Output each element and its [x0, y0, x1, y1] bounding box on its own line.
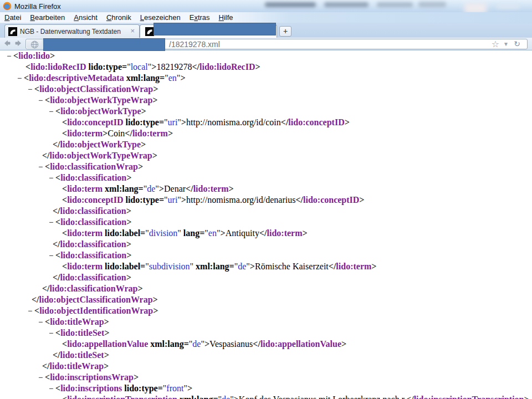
xml-line: −<lido:classification>: [0, 217, 532, 228]
xml-line: <lido:term xml:lang="de">Denar</lido:ter…: [0, 183, 532, 195]
collapse-toggle-icon[interactable]: −: [17, 73, 22, 84]
forward-button[interactable]: [14, 39, 23, 48]
blur-blob: [265, 2, 316, 7]
blur-blob: [497, 4, 520, 9]
xml-line: <lido:lidoRecID lido:type="local">182192…: [0, 62, 532, 73]
new-tab-button[interactable]: +: [279, 26, 291, 37]
collapse-toggle-icon[interactable]: −: [49, 383, 53, 394]
collapse-toggle-icon[interactable]: −: [49, 328, 53, 339]
collapse-toggle-icon[interactable]: −: [28, 305, 32, 316]
xml-line: </lido:classification>: [0, 206, 532, 217]
xml-line: <lido:appellationValue xml:lang="de">Ves…: [0, 339, 532, 350]
xml-line: <lido:inscriptionTranscription xml:lang=…: [0, 394, 532, 399]
xml-line: <lido:conceptID lido:type="uri">http://n…: [0, 195, 532, 206]
ngb-favicon-icon: [145, 27, 154, 36]
blur-blob: [324, 2, 369, 7]
bookmark-star-icon[interactable]: ☆: [492, 39, 499, 49]
collapse-toggle-icon[interactable]: −: [38, 316, 43, 328]
menu-item-hilfe[interactable]: Hilfe: [214, 12, 238, 23]
window-title: Mozilla Firefox: [14, 2, 61, 11]
xml-line: </lido:titleWrap>: [0, 361, 532, 372]
xml-line: −<lido:inscriptions lido:type="front">: [0, 383, 532, 394]
xml-line: −<lido:objectClassificationWrap>: [0, 84, 532, 95]
site-identity-button[interactable]: [27, 40, 43, 48]
xml-line: </lido:objectWorkType>: [0, 139, 532, 150]
back-button[interactable]: [3, 39, 12, 48]
xml-line: </lido:objectClassificationWrap>: [0, 294, 532, 305]
xml-line: <lido:term>Coin</lido:term>: [0, 128, 532, 139]
xml-line: </lido:objectWorkTypeWrap>: [0, 150, 532, 161]
xml-line: −<lido:classification>: [0, 172, 532, 183]
xml-line: </lido:classification>: [0, 272, 532, 283]
collapse-toggle-icon[interactable]: −: [38, 161, 43, 172]
xml-line: </lido:classificationWrap>: [0, 283, 532, 294]
collapse-toggle-icon[interactable]: −: [38, 372, 43, 383]
xml-line: −<lido:objectIdentificationWrap>: [0, 305, 532, 316]
xml-line: −<lido:classification>: [0, 250, 532, 261]
xml-line: <lido:term lido:label="division" lang="e…: [0, 228, 532, 239]
menu-item-extras[interactable]: Extras: [185, 12, 214, 23]
redaction-box-url: [43, 38, 165, 51]
tab-close-icon[interactable]: ×: [130, 27, 135, 35]
collapse-toggle-icon[interactable]: −: [49, 106, 53, 117]
redaction-box-tab-title: [154, 23, 276, 35]
menu-item-chronik[interactable]: Chronik: [102, 12, 136, 23]
menu-bar: DateiBearbeitenAnsichtChronikLesezeichen…: [0, 12, 532, 23]
tab-ngb-datenverwaltung[interactable]: NGB - Datenverwaltung Textdaten ×: [4, 24, 140, 38]
blur-blob: [377, 2, 413, 7]
xml-line: −<lido:lido>: [0, 50, 532, 62]
collapse-toggle-icon[interactable]: −: [49, 217, 53, 228]
xml-document-view: −<lido:lido><lido:lidoRecID lido:type="l…: [0, 50, 532, 399]
urlbar-dropdown-icon[interactable]: ▼: [503, 39, 509, 49]
xml-line: </lido:titleSet>: [0, 350, 532, 361]
url-text[interactable]: /18219278.xml: [169, 40, 220, 49]
firefox-logo-icon: [3, 2, 12, 11]
xml-line: −<lido:titleWrap>: [0, 316, 532, 328]
reload-icon[interactable]: ↻: [514, 39, 520, 49]
globe-icon: [30, 40, 39, 49]
menu-item-bearbeiten[interactable]: Bearbeiten: [25, 12, 69, 23]
tab-title: NGB - Datenverwaltung Textdaten: [20, 28, 121, 35]
firefox-window: Mozilla Firefox DateiBearbeitenAnsichtCh…: [0, 0, 532, 399]
xml-line: <lido:term lido:label="subdivision" xml:…: [0, 261, 532, 272]
blur-blob: [418, 2, 446, 7]
xml-line: −<lido:descriptiveMetadata xml:lang="en"…: [0, 73, 532, 84]
collapse-toggle-icon[interactable]: −: [38, 95, 43, 106]
collapse-toggle-icon[interactable]: −: [49, 172, 53, 183]
menu-item-ansicht[interactable]: Ansicht: [69, 12, 102, 23]
xml-line: </lido:classification>: [0, 239, 532, 250]
ngb-favicon-icon: [8, 27, 17, 36]
xml-line: −<lido:classificationWrap>: [0, 161, 532, 172]
collapse-toggle-icon[interactable]: −: [49, 250, 53, 261]
collapse-toggle-icon[interactable]: −: [7, 50, 11, 62]
collapse-toggle-icon[interactable]: −: [28, 84, 32, 95]
xml-line: −<lido:objectWorkTypeWrap>: [0, 95, 532, 106]
xml-line: −<lido:titleSet>: [0, 328, 532, 339]
xml-line: <lido:conceptID lido:type="uri">http://n…: [0, 117, 532, 128]
xml-line: −<lido:inscriptionsWrap>: [0, 372, 532, 383]
menu-item-datei[interactable]: Datei: [0, 12, 25, 23]
xml-line: −<lido:objectWorkType>: [0, 106, 532, 117]
menu-item-lesezeichen[interactable]: Lesezeichen: [136, 12, 185, 23]
